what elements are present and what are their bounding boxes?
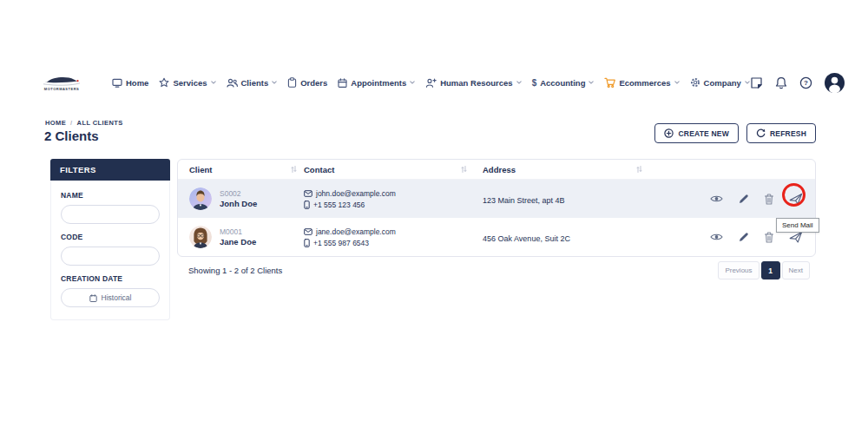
brand-name: MOTORMASTERS <box>44 87 79 91</box>
actions-cell <box>649 231 815 243</box>
nav-home[interactable]: Home <box>112 78 148 88</box>
client-cell: M0001 Jane Doe <box>178 226 304 248</box>
current-page-button[interactable]: 1 <box>761 261 780 279</box>
eye-icon <box>710 233 723 241</box>
previous-page-button[interactable]: Previous <box>718 261 759 279</box>
client-code: M0001 <box>220 227 256 237</box>
page-title: 2 Clients <box>44 128 99 143</box>
nav-label: Clients <box>241 78 269 88</box>
column-header-address: Address <box>474 165 649 174</box>
creation-date-filter-label: CREATION DATE <box>61 274 160 283</box>
phone-icon <box>304 239 310 247</box>
sort-icon <box>461 165 467 174</box>
breadcrumb-separator: / <box>70 119 72 127</box>
app-canvas: MOTORMASTERS Home Services Clients Or <box>0 0 868 434</box>
refresh-icon <box>756 128 766 138</box>
historical-date-button[interactable]: Historical <box>61 288 160 307</box>
column-header-client: Client <box>178 165 304 174</box>
send-mail-button[interactable] <box>789 193 803 205</box>
client-identity: S0002 Jonh Doe <box>220 189 257 209</box>
sort-icon <box>636 165 642 174</box>
nav-accounting[interactable]: $ Accounting <box>532 78 595 88</box>
edit-button[interactable] <box>738 232 749 243</box>
plus-circle-icon <box>664 128 674 138</box>
delete-button[interactable] <box>764 232 774 243</box>
delete-button[interactable] <box>764 194 774 205</box>
send-mail-tooltip: Send Mail <box>776 218 819 233</box>
code-filter-label: CODE <box>61 233 160 241</box>
nav-label: Company <box>704 78 741 88</box>
clipboard-icon <box>287 77 297 88</box>
address-cell: 456 Oak Avenue, Suit 2C <box>474 229 649 245</box>
code-filter-input[interactable] <box>61 247 160 266</box>
email-line: john.doe@example.com <box>304 189 474 198</box>
table-row[interactable]: M0001 Jane Doe jane.doe@example.com +1 5… <box>178 218 815 256</box>
pencil-icon <box>738 194 749 205</box>
actions-cell <box>649 193 815 205</box>
name-filter-input[interactable] <box>61 205 160 224</box>
send-mail-button[interactable] <box>789 231 803 243</box>
mail-icon <box>304 228 312 235</box>
view-button[interactable] <box>710 233 723 241</box>
chevron-down-icon <box>589 81 594 84</box>
next-page-button[interactable]: Next <box>782 261 810 279</box>
chevron-down-icon <box>410 81 415 84</box>
chevron-down-icon <box>272 81 277 84</box>
note-icon <box>750 76 763 89</box>
send-icon <box>789 193 803 205</box>
calendar-icon <box>338 78 347 88</box>
brand-logo[interactable]: MOTORMASTERS <box>42 75 82 91</box>
calendar-icon <box>89 294 97 302</box>
nav-company[interactable]: Company <box>690 77 750 88</box>
client-avatar <box>189 226 212 248</box>
send-icon <box>789 231 803 243</box>
column-label: Address <box>483 165 516 174</box>
sort-client-button[interactable] <box>291 165 297 174</box>
edit-button[interactable] <box>738 194 749 205</box>
view-button[interactable] <box>710 194 723 203</box>
sort-contact-button[interactable] <box>461 165 467 174</box>
notifications-button[interactable] <box>775 76 787 89</box>
historical-label: Historical <box>102 293 132 302</box>
address-cell: 123 Main Street, apt 4B <box>474 191 649 207</box>
table-header-row: Client Contact Address <box>178 160 815 180</box>
trash-icon <box>764 194 774 205</box>
navbar-right: ? <box>750 73 845 93</box>
star-icon <box>159 77 169 88</box>
contact-cell: john.doe@example.com +1 555 123 456 <box>304 189 474 209</box>
nav-ecommerces[interactable]: Ecommerces <box>604 77 679 88</box>
nav-clients[interactable]: Clients <box>227 78 278 88</box>
client-email: john.doe@example.com <box>316 189 396 198</box>
nav-human-resources[interactable]: Human Resources <box>425 78 521 88</box>
top-navbar: MOTORMASTERS Home Services Clients Or <box>42 69 821 95</box>
nav-appointments[interactable]: Appointments <box>338 78 415 88</box>
nav-label: Ecommerces <box>619 78 670 88</box>
create-new-button[interactable]: CREATE NEW <box>654 123 739 143</box>
clients-table: Client Contact Address <box>177 159 816 257</box>
pagination: Previous 1 Next <box>718 261 810 279</box>
sort-address-button[interactable] <box>636 165 642 174</box>
chevron-down-icon <box>674 81 680 84</box>
help-button[interactable]: ? <box>799 76 812 89</box>
client-phone: +1 555 987 6543 <box>313 239 369 247</box>
client-email: jane.doe@example.com <box>316 227 396 236</box>
nav-orders[interactable]: Orders <box>287 77 327 88</box>
notes-button[interactable] <box>750 76 763 89</box>
create-new-label: CREATE NEW <box>678 129 729 138</box>
email-line: jane.doe@example.com <box>304 227 474 236</box>
breadcrumb-home[interactable]: HOME <box>45 119 66 127</box>
monitor-icon <box>112 78 122 88</box>
refresh-button[interactable]: REFRESH <box>746 123 816 143</box>
profile-button[interactable] <box>825 73 845 93</box>
chevron-down-icon <box>516 81 522 84</box>
filters-body: NAME CODE CREATION DATE Historical <box>50 181 170 320</box>
nav-services[interactable]: Services <box>159 77 215 88</box>
bell-icon <box>775 76 787 89</box>
help-icon: ? <box>799 76 812 89</box>
table-row[interactable]: S0002 Jonh Doe john.doe@example.com +1 5… <box>178 180 815 218</box>
client-phone: +1 555 123 456 <box>313 201 365 209</box>
filters-panel: FILTERS NAME CODE CREATION DATE Historic… <box>50 159 170 320</box>
chevron-down-icon <box>211 81 216 84</box>
breadcrumb: HOME / ALL CLIENTS <box>45 119 123 127</box>
client-name: Jane Doe <box>220 237 256 247</box>
